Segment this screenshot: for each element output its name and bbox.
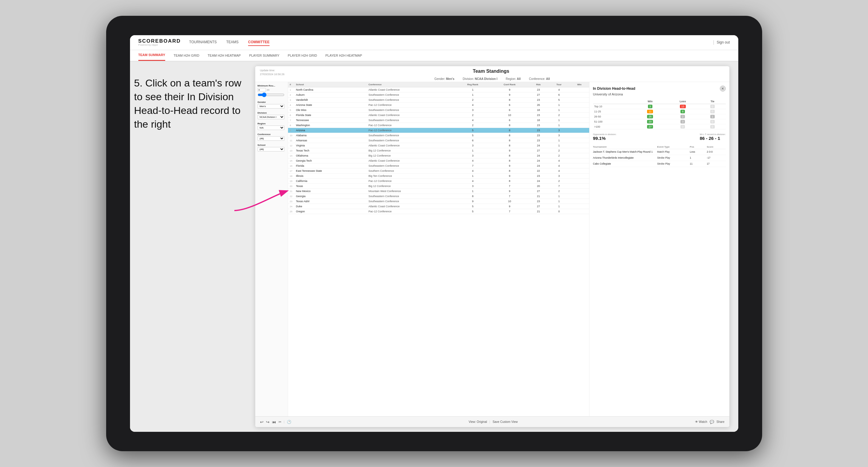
table-row[interactable]: 20 Texas Big 12 Conference 3 7 20 7 [288,184,589,189]
h2h-school: University of Arizona [593,92,726,96]
logo-area: SCOREBOARD Powered by clippd [138,38,181,46]
table-row[interactable]: 9 Arizona Pac-12 Conference 5 8 23 3 [288,128,589,133]
share-btn[interactable]: Share [716,420,724,424]
col-rds: Rds [529,82,548,87]
table-row[interactable]: 6 Florida State Atlantic Coast Conferenc… [288,113,589,118]
table-row[interactable]: 3 Vanderbilt Southeastern Conference 2 8… [288,97,589,102]
nav-committee[interactable]: COMMITTEE [248,39,270,46]
filter-division: Division NCAA Division I [258,112,285,119]
sub-nav-player-summary[interactable]: PLAYER SUMMARY [249,50,279,61]
nav-teams[interactable]: TEAMS [226,39,239,46]
filter-region: Region N/A [258,122,285,130]
table-row[interactable]: 5 Ole Miss Southeastern Conference 3 6 1… [288,108,589,113]
division-select[interactable]: NCAA Division I [258,115,284,119]
col-reg-rank: Reg Rank [455,82,491,87]
gender-select[interactable]: Men's [258,104,284,108]
min-rounds-input[interactable] [258,88,266,92]
conference-select[interactable]: (All) [258,136,284,141]
tablet-shell: SCOREBOARD Powered by clippd TOURNAMENTS… [106,16,762,451]
h2h-stats: Opponents in division: 99.1% W-L-T recor… [593,133,726,141]
table-row[interactable]: 11 Arkansas Southeastern Conference 6 8 … [288,138,589,143]
comment-btn[interactable]: 💬 [710,420,714,424]
sub-nav-team-summary[interactable]: TEAM SUMMARY [138,50,165,61]
opponents-value: 99.1% [593,136,617,141]
table-row[interactable]: 18 Illinois Big Ten Conference 1 9 23 3 [288,174,589,179]
table-row[interactable]: 17 East Tennessee State Southern Confere… [288,168,589,174]
region-select[interactable]: N/A [258,126,284,130]
tournament-row: Jackson T. Stephens Cup Men's Match-Play… [593,149,726,155]
filters-sidebar: Minimum Rou... 20 Gender Men's [255,82,288,416]
tablet-screen: SCOREBOARD Powered by clippd TOURNAMENTS… [130,35,738,432]
standings-panel: # School Conference Reg Rank Conf Rank R… [288,82,589,416]
main-panel: Update time: 27/03/2024 16:56:26 Team St… [255,66,730,427]
skip-back-btn[interactable]: ⏮ [272,419,276,424]
min-rounds-slider[interactable] [258,92,284,97]
tournament-header-row: Tournament Event Type Pos Score [593,145,726,149]
table-row[interactable]: 24 Duke Atlantic Coast Conference 5 9 27… [288,204,589,209]
col-conference: Conference [367,82,455,87]
table-row[interactable]: 14 Oklahoma Big 12 Conference 3 8 24 2 [288,153,589,158]
undo-btn[interactable]: ↩ [260,419,264,424]
h2h-row: 51-100 20 3 0 [593,119,726,124]
filter-conference: Conference (All) [258,133,285,141]
panel-meta: Gender: Men's Division: NCAA Division I … [260,77,724,81]
main-content: 5. Click on a team's row to see their In… [130,61,738,432]
school-select[interactable]: (All) [258,147,284,152]
table-row[interactable]: 13 Texas Tech Big 12 Conference 1 9 27 2 [288,148,589,153]
pink-arrow [231,187,291,217]
table-row[interactable]: 25 Oregon Pac-12 Conference 5 7 21 0 [288,209,589,214]
filter-min-rounds: Minimum Rou... 20 [258,84,285,98]
table-row[interactable]: 19 California Pac-12 Conference 4 8 24 2 [288,179,589,184]
table-row[interactable]: 16 Florida Southeastern Conference 7 9 2… [288,163,589,168]
sub-nav-player-h2h-grid[interactable]: PLAYER H2H GRID [288,50,317,61]
separator: | [713,40,714,45]
filter-gender: Gender Men's [258,101,285,108]
panel-title: Team Standings [284,69,698,74]
h2h-row: 11-25 11 8 0 [593,109,726,114]
scissors-btn[interactable]: ✂ [279,420,281,424]
sub-nav-team-h2h-heatmap[interactable]: TEAM H2H HEATMAP [208,50,241,61]
logo-subtitle: Powered by clippd [138,43,181,46]
table-row[interactable]: 8 Washington Pac-12 Conference 2 8 23 1 [288,123,589,128]
table-row[interactable]: 15 Georgia Tech Atlantic Coast Conferenc… [288,158,589,163]
h2h-row: >100 27 0 0 [593,124,726,129]
sub-nav-team-h2h-grid[interactable]: TEAM H2H GRID [174,50,199,61]
table-row[interactable]: 7 Tennessee Southeastern Conference 4 6 … [288,118,589,123]
table-row[interactable]: 23 Texas A&M Southeastern Conference 9 1… [288,199,589,204]
update-time: Update time: 27/03/2024 16:56:26 [260,69,285,76]
redo-btn[interactable]: ↪ [266,419,270,424]
save-custom-btn[interactable]: Save Custom View [493,420,518,424]
opponents-label: Opponents in division: [593,133,617,136]
tournament-row: Arizona Thunderbirds Intercollegiate Str… [593,155,726,161]
clock-btn[interactable]: 🕐 [287,420,291,424]
col-school: School [294,82,367,87]
standings-table-wrapper: # School Conference Reg Rank Conf Rank R… [288,82,589,416]
table-row[interactable]: 22 Georgia Southeastern Conference 8 7 2… [288,194,589,199]
table-row[interactable]: 12 Virginia Atlantic Coast Conference 3 … [288,143,589,148]
top-nav: SCOREBOARD Powered by clippd TOURNAMENTS… [130,35,738,50]
view-original-btn[interactable]: View: Original [469,420,487,424]
table-row[interactable]: 10 Alabama Southeastern Conference 5 8 2… [288,133,589,138]
separator1: | [284,420,285,424]
record-value: 86 - 26 - 1 [700,136,726,141]
tournament-row: Cabo Collegiate Stroke Play 11 17 [593,161,726,167]
bottom-toolbar: ↩ ↪ ⏮ ✂ | 🕐 View: Original | Save Custom… [255,416,730,427]
watch-btn[interactable]: 👁 Watch [695,420,707,424]
sign-out-link[interactable]: Sign out [716,40,730,44]
standings-table: # School Conference Reg Rank Conf Rank R… [288,82,589,214]
col-tour: Tour [548,82,569,87]
table-row[interactable]: 4 Arizona State Pac-12 Conference 4 6 26… [288,102,589,108]
annotation-text: 5. Click on a team's row to see their In… [134,76,247,131]
h2h-row: Top 10 3 13 0 [593,104,726,109]
h2h-panel: In Division Head-to-Head ✕ University of… [589,82,730,416]
filter-school: School (All) [258,144,285,152]
col-conf-rank: Conf Rank [491,82,528,87]
nav-tournaments[interactable]: TOURNAMENTS [189,39,216,46]
table-row[interactable]: 1 North Carolina Atlantic Coast Conferen… [288,87,589,92]
table-row[interactable]: 21 New Mexico Mountain West Conference 1… [288,189,589,194]
table-row[interactable]: 2 Auburn Southeastern Conference 1 9 27 … [288,92,589,97]
h2h-close-btn[interactable]: ✕ [720,86,726,92]
top-nav-links: TOURNAMENTS TEAMS COMMITTEE [189,39,713,46]
sub-nav: TEAM SUMMARY TEAM H2H GRID TEAM H2H HEAT… [130,50,738,61]
sub-nav-player-h2h-heatmap[interactable]: PLAYER H2H HEATMAP [325,50,362,61]
